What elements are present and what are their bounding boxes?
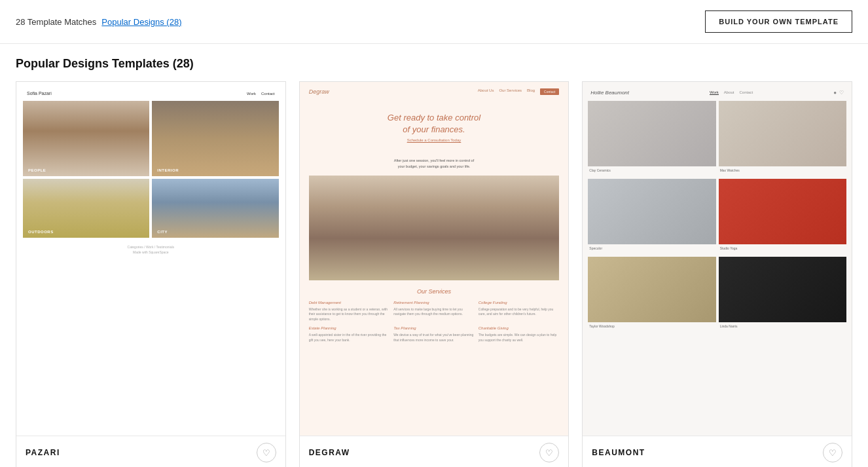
pazari-img-people: People (23, 101, 149, 176)
pazari-label-outdoors: Outdoors (28, 230, 54, 234)
pazari-img-city: City (152, 179, 278, 238)
pazari-preview: Sofia Pazari Work Contact People Interio… (16, 82, 285, 436)
beaumont-label-orange: Studio Yoga (719, 244, 846, 254)
beaumont-label-watch: Max Watches (719, 166, 846, 176)
degraw-body-text: After just one session, you'll feel more… (309, 158, 560, 169)
degraw-card-footer: DEGRAW ♡ (300, 436, 569, 467)
beaumont-nav-contact: Contact (740, 90, 753, 95)
beaumont-cell-orange: Studio Yoga (719, 179, 846, 254)
pazari-nav: Work Contact (247, 92, 275, 96)
beaumont-logo: Hollie Beaumont (590, 90, 629, 96)
template-card-degraw[interactable]: Degraw About Us Our Services Blog Contac… (299, 81, 570, 467)
beaumont-icon-heart: ♡ (839, 90, 844, 96)
degraw-nav-about: About Us (478, 88, 494, 95)
beaumont-nav: Work About Contact (710, 90, 753, 95)
service-debt: Debt Management Whether she is working a… (309, 300, 390, 322)
section-title: Popular Designs Templates (28) (0, 44, 868, 81)
pazari-name: PAZARI (26, 448, 60, 457)
pazari-header: Sofia Pazari Work Contact (23, 88, 279, 101)
matches-count: 28 Template Matches (16, 17, 96, 27)
beaumont-cell-camera: Speculor (588, 179, 715, 254)
degraw-nav-blog: Blog (527, 88, 535, 95)
pazari-label-people: People (28, 168, 46, 172)
degraw-logo: Degraw (309, 88, 329, 95)
build-own-template-button[interactable]: BUILD YOUR OWN TEMPLATE (705, 10, 852, 33)
beaumont-nav-work: Work (710, 90, 719, 95)
beaumont-icon-circle: ● (833, 90, 837, 96)
pazari-label-city: City (157, 230, 168, 234)
degraw-nav-contact: Contact (540, 88, 559, 95)
degraw-hero: Get ready to take controlof your finance… (309, 99, 560, 158)
beaumont-card-footer: BEAUMONT ♡ (583, 436, 852, 467)
templates-grid: Sofia Pazari Work Contact People Interio… (0, 81, 868, 467)
beaumont-cell-woodwork: Taylor Woodshop (588, 257, 715, 332)
pazari-logo: Sofia Pazari (27, 91, 52, 96)
beaumont-label-bowl: Clay Ceramics (588, 166, 715, 176)
pazari-favorite-button[interactable]: ♡ (257, 443, 276, 462)
degraw-nav: About Us Our Services Blog Contact (478, 88, 560, 95)
degraw-nav-services: Our Services (499, 88, 522, 95)
pazari-footer: Categories / Work / Testimonials Made wi… (23, 238, 279, 257)
service-retirement: Retirement Planning All services to make… (393, 300, 475, 322)
service-charity: Charitable Giving The budgets are simple… (479, 326, 560, 343)
pazari-card-footer: PAZARI ♡ (16, 436, 285, 467)
beaumont-label-camera: Speculor (588, 244, 715, 254)
service-college: College Funding College preparation and … (479, 300, 560, 322)
popular-link[interactable]: Popular Designs (28) (101, 17, 181, 27)
degraw-name: DEGRAW (309, 448, 350, 457)
beaumont-image-grid: Clay Ceramics Max Watches Speculor Studi… (588, 101, 846, 332)
beaumont-name: BEAUMONT (592, 448, 645, 457)
degraw-photo (309, 176, 560, 280)
beaumont-label-dark: Linda Narris (719, 322, 846, 332)
pazari-img-building: Interior (152, 101, 278, 176)
template-card-beaumont[interactable]: Hollie Beaumont Work About Contact ● ♡ C… (582, 81, 852, 467)
pazari-nav-work: Work (247, 92, 256, 96)
service-tax: Tax Planning We devise a way of trust fo… (393, 326, 475, 343)
beaumont-favorite-button[interactable]: ♡ (823, 443, 842, 462)
degraw-header: Degraw About Us Our Services Blog Contac… (309, 88, 560, 95)
template-card-pazari[interactable]: Sofia Pazari Work Contact People Interio… (16, 81, 286, 467)
beaumont-label-woodwork: Taylor Woodshop (588, 322, 715, 332)
degraw-hero-subtitle: Schedule a Consultation Today (316, 138, 553, 142)
degraw-services-grid: Debt Management Whether she is working a… (309, 300, 560, 343)
pazari-nav-contact: Contact (261, 92, 275, 96)
top-bar-left: 28 Template Matches Popular Designs (28) (16, 17, 181, 27)
degraw-hero-title: Get ready to take controlof your finance… (316, 112, 553, 136)
beaumont-cell-bowl: Clay Ceramics (588, 101, 715, 176)
service-estate: Estate Planning A well-appointed sister … (309, 326, 390, 343)
pazari-footer-links: Categories / Work / Testimonials (26, 244, 276, 250)
top-bar: 28 Template Matches Popular Designs (28)… (0, 0, 868, 44)
degraw-preview: Degraw About Us Our Services Blog Contac… (300, 82, 569, 436)
pazari-footer-made: Made with SquareSpace (26, 250, 276, 255)
beaumont-cell-watch: Max Watches (719, 101, 846, 176)
beaumont-header-icons: ● ♡ (833, 90, 844, 96)
pazari-img-outdoors: Outdoors (23, 179, 149, 238)
pazari-image-grid: People Interior Outdoors City (23, 101, 279, 238)
degraw-favorite-button[interactable]: ♡ (539, 443, 559, 462)
beaumont-header: Hollie Beaumont Work About Contact ● ♡ (588, 87, 846, 101)
pazari-label-interior: Interior (157, 168, 179, 172)
beaumont-preview: Hollie Beaumont Work About Contact ● ♡ C… (583, 82, 852, 436)
beaumont-cell-dark: Linda Narris (719, 257, 846, 332)
degraw-services-title: Our Services (309, 288, 560, 295)
beaumont-nav-about: About (724, 90, 734, 95)
